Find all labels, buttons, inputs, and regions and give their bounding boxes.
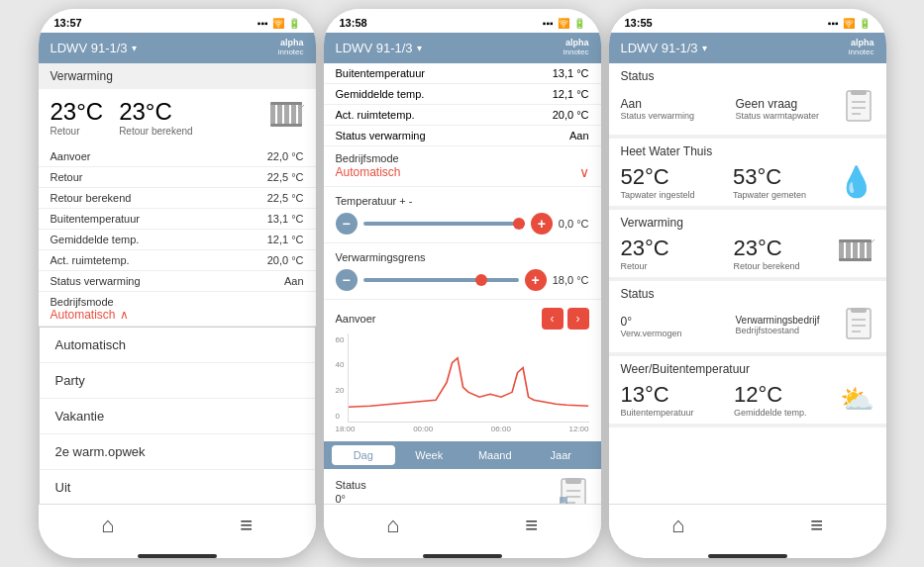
phone1: 13:57 ▪▪▪ 🛜 🔋 LDWV 91-1/3 ▾ alpha innote…	[39, 9, 316, 558]
p3-status-row: Aan Status verwarming Geen vraag Status …	[621, 89, 874, 129]
svg-rect-22	[853, 240, 858, 260]
p2-row-statusverw: Status verwarming Aan	[324, 126, 601, 146]
dropdown-item-2e-warm[interactable]: 2e warm.opwek	[40, 434, 315, 470]
svg-rect-5	[270, 102, 302, 105]
verw-slider-track[interactable]	[363, 278, 519, 282]
cloud-icon-3: ⛅	[840, 383, 874, 416]
temp-slider-value: 0,0 °C	[559, 218, 589, 230]
p3-status2-section: Status 0° Verw.vermogen Verwarmingsbedri…	[609, 281, 886, 356]
p3-status2-row: 0° Verw.vermogen Verwarmingsbedrijf Bedr…	[621, 307, 874, 346]
nav-next-button[interactable]: ›	[567, 308, 589, 330]
temp-minus-button[interactable]: −	[336, 213, 358, 235]
time-3: 13:55	[625, 17, 653, 29]
header-title-2: LDWV 91-1/3 ▾	[336, 41, 422, 55]
svg-rect-24	[867, 240, 872, 260]
chart-y-axis: 60 40 20 0	[336, 333, 345, 423]
home-button-3[interactable]: ⌂	[671, 513, 684, 538]
status-bar-2: 13:58 ▪▪▪ 🛜 🔋	[324, 9, 601, 33]
bedrijfsmode-section-2: Bedrijfsmode Automatisch ∨	[324, 146, 601, 187]
header-3: LDWV 91-1/3 ▾ alpha innotec	[609, 33, 886, 63]
data-row-bedrijfsmode-1[interactable]: Bedrijfsmode Automatisch ∧	[39, 292, 316, 327]
tab-week[interactable]: Week	[397, 445, 462, 465]
p3-verwarming-section: Verwarming 23°C Retour 23°C Retour berek…	[609, 210, 886, 281]
home-button-2[interactable]: ⌂	[386, 513, 399, 538]
verw-slider-thumb[interactable]	[475, 274, 487, 286]
status-icons-3: ▪▪▪ 🛜 🔋	[828, 18, 871, 29]
header-logo-3: alpha innotec	[849, 39, 874, 57]
p3-verwvermogen-label: Verw.vermogen	[621, 329, 720, 338]
p3-tapwater-ingesteld-label: Tapwater ingesteld	[621, 190, 718, 200]
p2-row-actruimte: Act. ruimtetemp. 20,0 °C	[324, 105, 601, 126]
menu-button-3[interactable]: ≡	[810, 513, 823, 538]
status-icons-2: ▪▪▪ 🛜 🔋	[543, 18, 585, 29]
verw-plus-button[interactable]: +	[525, 269, 547, 291]
radiator-icon-3	[839, 236, 874, 270]
menu-button-2[interactable]: ≡	[525, 513, 538, 538]
aanvoer-label: Aanvoer	[336, 313, 376, 325]
status-val-2: 0°	[336, 493, 429, 504]
phone2: 13:58 ▪▪▪ 🛜 🔋 LDWV 91-1/3 ▾ alpha innote…	[324, 9, 601, 558]
p3-heetwaterthuis-values: 52°C Tapwater ingesteld 53°C Tapwater ge…	[621, 164, 830, 200]
p3-gemiddelde-val: 12°C	[734, 382, 832, 408]
dropdown-item-uit[interactable]: Uit	[40, 470, 315, 504]
logo-innotec-2: innotec	[564, 48, 589, 57]
p3-status-section: Status Aan Status verwarming Geen vraag …	[609, 63, 886, 139]
p3-status-val2: Geen vraag	[736, 97, 835, 111]
p3-verwvermogen-group: 0° Verw.vermogen	[621, 315, 720, 338]
chevron-down-icon-1[interactable]: ▾	[132, 43, 137, 53]
chevron-down-icon-bedrijfsmode[interactable]: ∨	[579, 164, 589, 180]
temp-control-label: Temperatuur + -	[336, 195, 589, 207]
p3-tapwater-gemeten-group: 53°C Tapwater gemeten	[733, 164, 830, 200]
verwarmingsgrens-label: Verwarmingsgrens	[336, 251, 589, 263]
temp-plus-button[interactable]: +	[531, 213, 553, 235]
menu-button-1[interactable]: ≡	[240, 513, 253, 538]
home-button-1[interactable]: ⌂	[101, 513, 114, 538]
tab-dag[interactable]: Dag	[332, 445, 396, 465]
temp-slider-row: − + 0,0 °C	[336, 213, 589, 235]
svg-rect-2	[284, 103, 289, 125]
temp-val-retour-1: 23°C	[51, 98, 104, 126]
header-logo-1: alpha innotec	[278, 39, 304, 57]
status-section-2: Status 0° Verwarmingsbedrijf ≡	[324, 469, 601, 504]
verw-minus-button[interactable]: −	[336, 269, 358, 291]
temp-slider-track[interactable]	[363, 222, 525, 226]
bottom-bar-3: ⌂ ≡	[609, 504, 886, 550]
phone3: 13:55 ▪▪▪ 🛜 🔋 LDWV 91-1/3 ▾ alpha innote…	[609, 9, 886, 558]
header-1: LDWV 91-1/3 ▾ alpha innotec	[39, 33, 316, 63]
home-indicator-3	[708, 554, 787, 558]
chart-area	[348, 333, 588, 423]
header-title-1: LDWV 91-1/3 ▾	[51, 41, 137, 55]
section-verwarming-1: Verwarming	[39, 63, 316, 89]
svg-rect-25	[839, 239, 872, 242]
dropdown-item-party[interactable]: Party	[40, 363, 315, 399]
radiator-icon-1	[268, 97, 304, 139]
data-row-retour-1: Retour 22,5 °C	[39, 167, 316, 188]
p3-verwarming-row: 23°C Retour 23°C Retour berekend	[621, 236, 874, 271]
p3-status-title: Status	[621, 69, 874, 83]
p3-buitentemp-val: 13°C	[621, 382, 719, 408]
nav-prev-button[interactable]: ‹	[542, 308, 564, 330]
p3-heetwaterthuis-title: Heet Water Thuis	[621, 144, 874, 158]
temp-slider-thumb[interactable]	[513, 218, 525, 230]
svg-rect-26	[839, 258, 872, 261]
wifi-icon-2: 🛜	[558, 18, 569, 29]
status-title-2: Status	[336, 479, 429, 491]
tab-maand[interactable]: Maand	[463, 445, 528, 465]
p3-retour-group: 23°C Retour	[621, 236, 718, 271]
chevron-down-icon-2[interactable]: ▾	[417, 43, 422, 53]
dropdown-item-vakantie[interactable]: Vakantie	[40, 399, 315, 434]
p3-status-val1-group: Aan Status verwarming	[621, 97, 720, 121]
drop-icon-3: 💧	[838, 164, 874, 199]
tab-jaar[interactable]: Jaar	[529, 445, 593, 465]
dropdown-item-automatisch[interactable]: Automatisch	[40, 328, 315, 363]
svg-line-27	[872, 239, 874, 242]
svg-rect-16	[851, 90, 867, 95]
dropdown-menu-1: Automatisch Party Vakantie 2e warm.opwek…	[39, 327, 316, 504]
chevron-down-icon-3[interactable]: ▾	[702, 43, 707, 53]
battery-icon-3: 🔋	[859, 18, 871, 29]
svg-rect-4	[298, 103, 302, 125]
chart-svg	[349, 333, 588, 422]
verwarmingsgrens-slider-row: − + 18,0 °C	[336, 269, 589, 291]
phone3-content: Status Aan Status verwarming Geen vraag …	[609, 63, 886, 504]
bottom-bar-1: ⌂ ≡	[39, 504, 316, 550]
